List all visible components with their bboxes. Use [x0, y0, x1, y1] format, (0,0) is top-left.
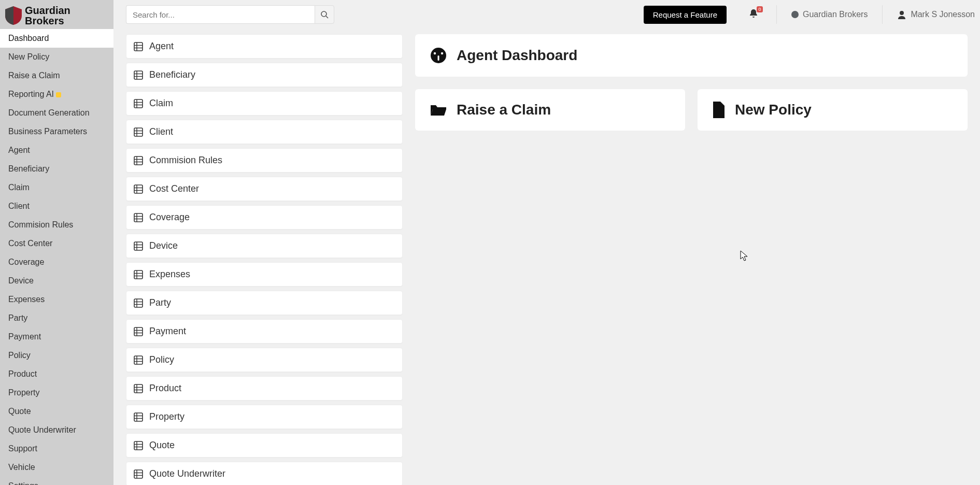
- sidebar-item-document-generation[interactable]: Document Generation: [0, 104, 113, 122]
- sidebar-item-label: Client: [8, 202, 30, 210]
- app-logo[interactable]: Guardian Brokers: [0, 0, 113, 29]
- divider: [776, 5, 777, 24]
- sidebar-item-device[interactable]: Device: [0, 272, 113, 290]
- sidebar-item-payment[interactable]: Payment: [0, 327, 113, 346]
- svg-rect-35: [134, 270, 143, 279]
- module-card-property[interactable]: Property: [126, 405, 403, 429]
- sidebar-item-vehicle[interactable]: Vehicle: [0, 458, 113, 477]
- sidebar-item-label: Vehicle: [8, 463, 35, 472]
- raise-claim-card[interactable]: Raise a Claim: [415, 89, 685, 131]
- sidebar-item-label: Property: [8, 388, 39, 397]
- sidebar-item-beneficiary[interactable]: Beneficiary: [0, 160, 113, 178]
- table-list-icon: [134, 355, 143, 365]
- new-policy-card[interactable]: New Policy: [698, 89, 968, 131]
- sidebar-item-product[interactable]: Product: [0, 365, 113, 383]
- module-card-label: Cost Center: [149, 183, 199, 194]
- svg-rect-23: [134, 185, 143, 193]
- sidebar-item-label: Document Generation: [8, 108, 90, 117]
- module-card-label: Property: [149, 411, 184, 422]
- module-card-label: Agent: [149, 41, 174, 52]
- sidebar-item-label: Cost Center: [8, 239, 52, 248]
- module-card-agent[interactable]: Agent: [126, 34, 403, 59]
- notifications-button[interactable]: 0: [748, 8, 759, 21]
- shortcut-cards-row: Raise a Claim New Policy: [415, 89, 968, 131]
- sidebar-item-cost-center[interactable]: Cost Center: [0, 234, 113, 253]
- module-list-column: AgentBeneficiaryClaimClientCommision Rul…: [126, 34, 403, 485]
- module-card-label: Payment: [149, 326, 186, 337]
- sidebar-item-agent[interactable]: Agent: [0, 141, 113, 160]
- table-list-icon: [134, 99, 143, 108]
- module-card-label: Client: [149, 126, 173, 137]
- org-name: Guardian Brokers: [803, 10, 868, 19]
- module-card-coverage[interactable]: Coverage: [126, 205, 403, 230]
- sidebar-item-quote-underwriter[interactable]: Quote Underwriter: [0, 421, 113, 439]
- sidebar-item-expenses[interactable]: Expenses: [0, 290, 113, 309]
- module-card-label: Device: [149, 240, 178, 251]
- sidebar-item-label: Business Parameters: [8, 127, 87, 136]
- module-card-commision-rules[interactable]: Commision Rules: [126, 148, 403, 173]
- module-card-expenses[interactable]: Expenses: [126, 262, 403, 287]
- sidebar-item-claim[interactable]: Claim: [0, 178, 113, 197]
- table-list-icon: [134, 441, 143, 450]
- table-list-icon: [134, 270, 143, 279]
- svg-rect-27: [134, 213, 143, 222]
- module-card-beneficiary[interactable]: Beneficiary: [126, 63, 403, 87]
- module-card-label: Product: [149, 383, 181, 394]
- folder-open-icon: [430, 102, 447, 118]
- module-card-payment[interactable]: Payment: [126, 319, 403, 344]
- svg-line-1: [326, 16, 328, 18]
- module-card-client[interactable]: Client: [126, 120, 403, 144]
- svg-point-77: [441, 52, 443, 54]
- sidebar-item-settings[interactable]: Settings: [0, 477, 113, 485]
- search-button[interactable]: [315, 5, 334, 24]
- sidebar-item-label: Party: [8, 313, 27, 322]
- sidebar-item-property[interactable]: Property: [0, 383, 113, 402]
- org-selector[interactable]: Guardian Brokers: [782, 10, 877, 19]
- sidebar-item-coverage[interactable]: Coverage: [0, 253, 113, 272]
- search-input[interactable]: [126, 5, 315, 24]
- user-icon: [897, 10, 906, 19]
- sidebar-item-label: Coverage: [8, 258, 44, 266]
- sidebar-item-party[interactable]: Party: [0, 309, 113, 327]
- svg-point-0: [321, 11, 326, 17]
- new-badge-icon: [56, 92, 61, 97]
- sidebar-item-business-parameters[interactable]: Business Parameters: [0, 122, 113, 141]
- sidebar-item-commision-rules[interactable]: Commision Rules: [0, 216, 113, 234]
- sidebar-item-label: Expenses: [8, 295, 45, 304]
- main-content: AgentBeneficiaryClaimClientCommision Rul…: [113, 29, 980, 485]
- module-card-label: Claim: [149, 98, 173, 109]
- svg-rect-63: [134, 470, 143, 478]
- module-card-claim[interactable]: Claim: [126, 91, 403, 116]
- module-card-party[interactable]: Party: [126, 291, 403, 315]
- sidebar-item-new-policy[interactable]: New Policy: [0, 48, 113, 66]
- table-list-icon: [134, 241, 143, 251]
- module-card-cost-center[interactable]: Cost Center: [126, 177, 403, 201]
- table-list-icon: [134, 184, 143, 194]
- svg-rect-19: [134, 156, 143, 165]
- module-card-device[interactable]: Device: [126, 234, 403, 258]
- table-list-icon: [134, 213, 143, 222]
- table-list-icon: [134, 412, 143, 422]
- request-feature-button[interactable]: Request a Feature: [644, 6, 727, 24]
- sidebar-item-label: Support: [8, 444, 37, 453]
- sidebar-item-quote[interactable]: Quote: [0, 402, 113, 421]
- sidebar-item-raise-a-claim[interactable]: Raise a Claim: [0, 66, 113, 85]
- module-card-quote-underwriter[interactable]: Quote Underwriter: [126, 462, 403, 485]
- sidebar-item-policy[interactable]: Policy: [0, 346, 113, 365]
- sidebar-item-label: Raise a Claim: [8, 71, 60, 80]
- sidebar-item-client[interactable]: Client: [0, 197, 113, 216]
- sidebar-item-support[interactable]: Support: [0, 439, 113, 458]
- sidebar-item-label: Quote Underwriter: [8, 425, 76, 434]
- agent-dashboard-title: Agent Dashboard: [457, 47, 577, 64]
- sidebar-item-dashboard[interactable]: Dashboard: [0, 29, 113, 48]
- sidebar-item-label: Reporting AI: [8, 90, 54, 98]
- sidebar-item-label: Policy: [8, 351, 31, 360]
- module-card-policy[interactable]: Policy: [126, 348, 403, 372]
- new-policy-title: New Policy: [735, 102, 812, 118]
- notification-count-badge: 0: [757, 6, 763, 12]
- module-card-quote[interactable]: Quote: [126, 433, 403, 458]
- user-menu[interactable]: Mark S Jonesson: [888, 10, 980, 19]
- module-card-product[interactable]: Product: [126, 376, 403, 401]
- sidebar-item-reporting-ai[interactable]: Reporting AI: [0, 85, 113, 104]
- agent-dashboard-card[interactable]: Agent Dashboard: [415, 34, 968, 77]
